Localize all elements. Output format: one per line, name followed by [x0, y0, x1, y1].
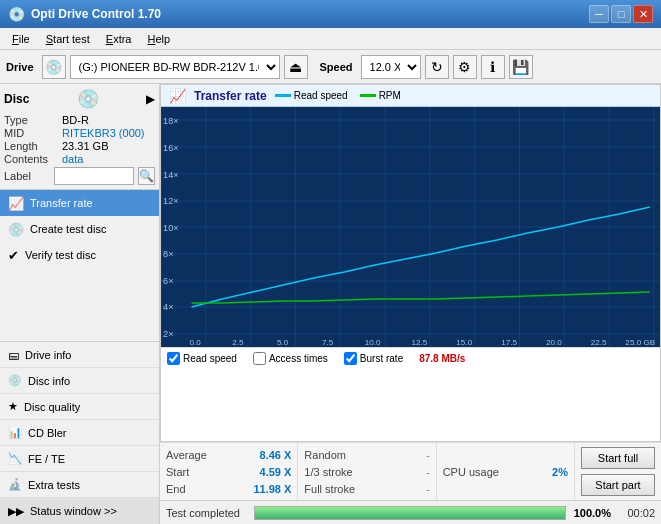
svg-text:14×: 14× — [163, 170, 179, 180]
speed-select[interactable]: 12.0 X ↓ — [361, 55, 421, 79]
type-key: Type — [4, 114, 62, 126]
disc-arrow-icon[interactable]: ▶ — [146, 92, 155, 106]
disc-info-label: Disc info — [28, 375, 70, 387]
menubar: File Start test Extra Help — [0, 28, 661, 50]
app-icon: 💿 — [8, 6, 25, 22]
access-times-checkbox[interactable] — [253, 352, 266, 365]
verify-test-icon: ✔ — [8, 248, 19, 263]
svg-text:7.5: 7.5 — [322, 338, 334, 347]
create-test-icon: 💿 — [8, 222, 24, 237]
extra-tests-label: Extra tests — [28, 479, 80, 491]
extra-tests-icon: 🔬 — [8, 478, 22, 491]
toolbar: Drive 💿 (G:) PIONEER BD-RW BDR-212V 1.00… — [0, 50, 661, 84]
average-val: 8.46 X — [260, 449, 292, 461]
svg-text:12×: 12× — [163, 196, 179, 206]
disc-panel: Disc 💿 ▶ Type BD-R MID RITEKBR3 (000) Le… — [0, 84, 159, 190]
label-key: Label — [4, 170, 50, 182]
progress-bar-fill — [255, 507, 565, 519]
disc-quality-label: Disc quality — [24, 401, 80, 413]
cpu-key: CPU usage — [443, 466, 499, 478]
chart-title: Transfer rate — [194, 89, 267, 103]
random-key: Random — [304, 449, 346, 461]
svg-text:8×: 8× — [163, 249, 173, 259]
chart-titlebar: 📈 Transfer rate Read speed RPM — [161, 85, 660, 107]
svg-text:2×: 2× — [163, 329, 173, 339]
start-part-button[interactable]: Start part — [581, 474, 655, 496]
access-times-check-label: Access times — [269, 353, 328, 364]
read-speed-check[interactable]: Read speed — [167, 352, 237, 365]
nav-disc-quality[interactable]: ★ Disc quality — [0, 394, 159, 420]
svg-text:18×: 18× — [163, 116, 179, 126]
nav-create-label: Create test disc — [30, 223, 106, 235]
progress-row: Test completed 100.0% 00:02 — [160, 500, 661, 524]
svg-text:15.0: 15.0 — [456, 338, 472, 347]
nav-extra-tests[interactable]: 🔬 Extra tests — [0, 472, 159, 498]
nav-transfer-rate[interactable]: 📈 Transfer rate — [0, 190, 159, 216]
titlebar: 💿 Opti Drive Control 1.70 ─ □ ✕ — [0, 0, 661, 28]
legend-read-label: Read speed — [294, 90, 348, 101]
legend-rpm: RPM — [360, 90, 401, 101]
eject-btn[interactable]: ⏏ — [284, 55, 308, 79]
read-speed-check-label: Read speed — [183, 353, 237, 364]
stroke1-val: - — [426, 466, 430, 478]
menu-file[interactable]: File — [4, 29, 38, 49]
disc-quality-icon: ★ — [8, 400, 18, 413]
nav-create-test-disc[interactable]: 💿 Create test disc — [0, 216, 159, 242]
legend-rpm-label: RPM — [379, 90, 401, 101]
start-full-button[interactable]: Start full — [581, 447, 655, 469]
progress-timer: 00:02 — [619, 507, 655, 519]
stroke1-key: 1/3 stroke — [304, 466, 352, 478]
menu-start-test[interactable]: Start test — [38, 29, 98, 49]
nav-cd-bler[interactable]: 📊 CD Bler — [0, 420, 159, 446]
sidebar-bottom: 🖴 Drive info 💿 Disc info ★ Disc quality … — [0, 341, 159, 524]
refresh-btn[interactable]: ↻ — [425, 55, 449, 79]
type-val: BD-R — [62, 114, 89, 126]
speed-label: Speed — [320, 61, 353, 73]
chart-container: 📈 Transfer rate Read speed RPM — [160, 84, 661, 442]
nav-status-window[interactable]: ▶▶ Status window >> — [0, 498, 159, 524]
label-input[interactable] — [54, 167, 134, 185]
disc-section-title: Disc — [4, 92, 29, 106]
save-btn[interactable]: 💾 — [509, 55, 533, 79]
contents-key: Contents — [4, 153, 62, 165]
content-area: 📈 Transfer rate Read speed RPM — [160, 84, 661, 524]
read-speed-checkbox[interactable] — [167, 352, 180, 365]
label-search-btn[interactable]: 🔍 — [138, 167, 155, 185]
svg-text:10.0: 10.0 — [365, 338, 381, 347]
svg-text:0.0: 0.0 — [190, 338, 202, 347]
cd-bler-label: CD Bler — [28, 427, 67, 439]
close-button[interactable]: ✕ — [633, 5, 653, 23]
transfer-rate-icon: 📈 — [8, 196, 24, 211]
random-val: - — [426, 449, 430, 461]
drive-icon-btn[interactable]: 💿 — [42, 55, 66, 79]
legend-read: Read speed — [275, 90, 348, 101]
end-val: 11.98 X — [253, 483, 291, 495]
cd-bler-icon: 📊 — [8, 426, 22, 439]
minimize-button[interactable]: ─ — [589, 5, 609, 23]
menu-help[interactable]: Help — [139, 29, 178, 49]
svg-text:20.0: 20.0 — [546, 338, 562, 347]
nav-disc-info[interactable]: 💿 Disc info — [0, 368, 159, 394]
stats-col-3: CPU usage 2% — [437, 443, 575, 500]
status-window-icon: ▶▶ — [8, 505, 24, 518]
length-key: Length — [4, 140, 62, 152]
settings-btn[interactable]: ⚙ — [453, 55, 477, 79]
status-text: Test completed — [166, 507, 246, 519]
contents-val[interactable]: data — [62, 153, 83, 165]
nav-fe-te[interactable]: 📉 FE / TE — [0, 446, 159, 472]
burst-rate-check[interactable]: Burst rate — [344, 352, 403, 365]
maximize-button[interactable]: □ — [611, 5, 631, 23]
access-times-check[interactable]: Access times — [253, 352, 328, 365]
fe-te-icon: 📉 — [8, 452, 22, 465]
chart-controls: Read speed Access times Burst rate 87.8 … — [161, 347, 660, 369]
menu-extra[interactable]: Extra — [98, 29, 140, 49]
nav-drive-info[interactable]: 🖴 Drive info — [0, 342, 159, 368]
stats-col-1: Average 8.46 X Start 4.59 X End 11.98 X — [160, 443, 298, 500]
svg-text:12.5: 12.5 — [412, 338, 428, 347]
full-stroke-key: Full stroke — [304, 483, 355, 495]
burst-rate-checkbox[interactable] — [344, 352, 357, 365]
drive-select[interactable]: (G:) PIONEER BD-RW BDR-212V 1.00 — [70, 55, 280, 79]
nav-verify-test-disc[interactable]: ✔ Verify test disc — [0, 242, 159, 268]
buttons-col: Start full Start part — [575, 443, 661, 500]
info-btn[interactable]: ℹ — [481, 55, 505, 79]
